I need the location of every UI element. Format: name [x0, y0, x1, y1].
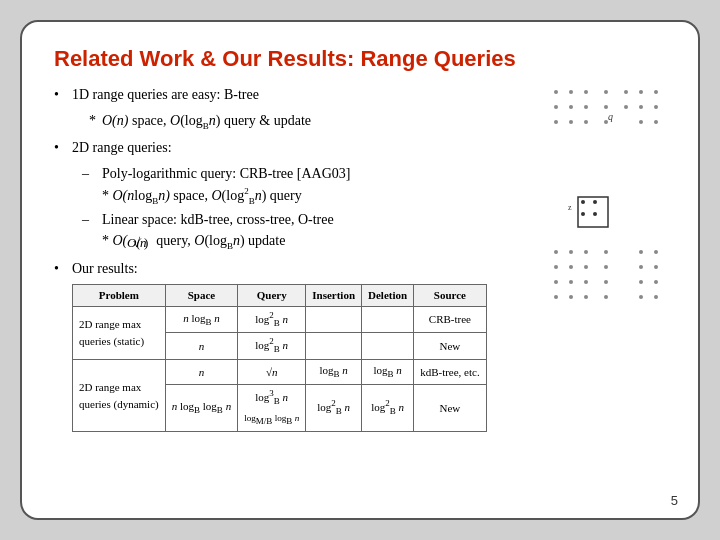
svg-point-37: [639, 265, 643, 269]
col-deletion: Deletion: [362, 284, 414, 306]
dots-decoration-top: q: [546, 82, 666, 162]
bullet-dot-3: •: [54, 258, 72, 280]
svg-point-45: [554, 295, 558, 299]
space-cell-2: n: [165, 333, 237, 360]
svg-point-4: [624, 90, 628, 94]
svg-point-40: [569, 280, 573, 284]
bullet-2-text: 2D range queries:: [72, 137, 172, 159]
source-cell-4: New: [414, 385, 487, 432]
svg-point-2: [584, 90, 588, 94]
deletion-cell-1: [362, 306, 414, 333]
svg-point-9: [584, 105, 588, 109]
source-cell-3: kdB-tree, etc.: [414, 360, 487, 385]
query-cell-3: √n: [238, 360, 306, 385]
svg-point-7: [554, 105, 558, 109]
svg-point-30: [604, 250, 608, 254]
svg-point-3: [604, 90, 608, 94]
space-cell-1: n logB n: [165, 306, 237, 333]
table-row: 2D range maxqueries (dynamic) n √n logB …: [73, 360, 487, 385]
svg-point-15: [569, 120, 573, 124]
space-cell-3: n: [165, 360, 237, 385]
svg-text:): ): [144, 235, 148, 250]
svg-point-31: [639, 250, 643, 254]
insertion-cell-4: log2B n: [306, 385, 362, 432]
svg-text:q: q: [608, 111, 613, 122]
svg-point-47: [584, 295, 588, 299]
svg-point-16: [584, 120, 588, 124]
col-source: Source: [414, 284, 487, 306]
svg-point-25: [581, 212, 585, 216]
svg-point-12: [639, 105, 643, 109]
svg-point-38: [654, 265, 658, 269]
svg-point-18: [639, 120, 643, 124]
svg-point-11: [624, 105, 628, 109]
svg-point-0: [554, 90, 558, 94]
results-table: Problem Space Query Insertion Deletion S…: [72, 284, 487, 432]
slide-title: Related Work & Our Results: Range Querie…: [54, 46, 666, 72]
svg-point-23: [581, 200, 585, 204]
svg-point-8: [569, 105, 573, 109]
svg-point-35: [584, 265, 588, 269]
slide: q z Related Work & Our Re: [20, 20, 700, 520]
svg-point-36: [604, 265, 608, 269]
svg-point-43: [639, 280, 643, 284]
svg-point-29: [584, 250, 588, 254]
svg-point-5: [639, 90, 643, 94]
dots-decoration-bottom: [546, 242, 666, 322]
svg-point-42: [604, 280, 608, 284]
insertion-cell-1: [306, 306, 362, 333]
query-cell-2: log2B n: [238, 333, 306, 360]
svg-point-46: [569, 295, 573, 299]
col-query: Query: [238, 284, 306, 306]
bullet-1-text: 1D range queries are easy: B-tree: [72, 84, 259, 106]
svg-point-48: [604, 295, 608, 299]
svg-text:z: z: [568, 203, 572, 212]
svg-point-44: [654, 280, 658, 284]
svg-point-33: [554, 265, 558, 269]
col-insertion: Insertion: [306, 284, 362, 306]
insertion-cell-2: [306, 333, 362, 360]
svg-point-10: [604, 105, 608, 109]
deletion-cell-4: log2B n: [362, 385, 414, 432]
problem-cell-3: 2D range maxqueries (dynamic): [73, 360, 166, 432]
bullet-dot-2: •: [54, 137, 72, 159]
svg-point-26: [593, 212, 597, 216]
col-problem: Problem: [73, 284, 166, 306]
source-cell-2: New: [414, 333, 487, 360]
svg-point-14: [554, 120, 558, 124]
svg-point-41: [584, 280, 588, 284]
deletion-cell-2: [362, 333, 414, 360]
svg-point-1: [569, 90, 573, 94]
col-space: Space: [165, 284, 237, 306]
problem-cell-1: 2D range maxqueries (static): [73, 306, 166, 360]
insertion-cell-3: logB n: [306, 360, 362, 385]
svg-point-19: [654, 120, 658, 124]
bullet-3-text: Our results:: [72, 258, 138, 280]
svg-point-27: [554, 250, 558, 254]
svg-point-13: [654, 105, 658, 109]
source-cell-1: CRB-tree: [414, 306, 487, 333]
page-number: 5: [671, 493, 678, 508]
svg-point-49: [639, 295, 643, 299]
square-diagram: z: [563, 182, 618, 237]
svg-point-28: [569, 250, 573, 254]
svg-point-24: [593, 200, 597, 204]
space-cell-4: n logB logB n: [165, 385, 237, 432]
query-cell-4: log3B nlogM/B logB n: [238, 385, 306, 432]
svg-point-50: [654, 295, 658, 299]
svg-point-39: [554, 280, 558, 284]
bullet-dot-1: •: [54, 84, 72, 106]
svg-point-6: [654, 90, 658, 94]
svg-point-32: [654, 250, 658, 254]
query-cell-1: log2B n: [238, 306, 306, 333]
svg-point-34: [569, 265, 573, 269]
deletion-cell-3: logB n: [362, 360, 414, 385]
table-row: 2D range maxqueries (static) n logB n lo…: [73, 306, 487, 333]
